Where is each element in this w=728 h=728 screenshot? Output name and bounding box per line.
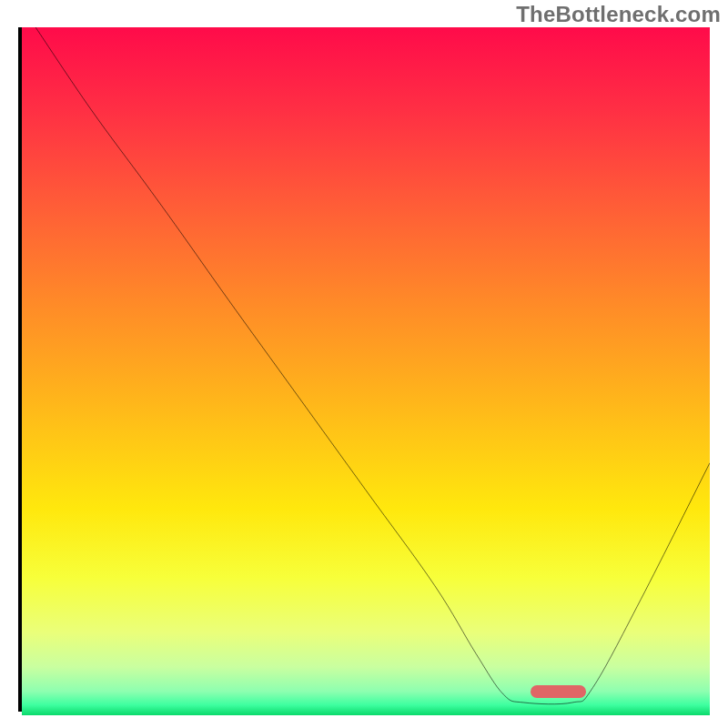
chart-container: TheBottleneck.com <box>0 0 728 728</box>
optimal-zone-marker <box>531 685 585 698</box>
plot-area <box>18 27 710 712</box>
watermark-text: TheBottleneck.com <box>516 2 721 27</box>
bottleneck-curve <box>22 27 710 708</box>
